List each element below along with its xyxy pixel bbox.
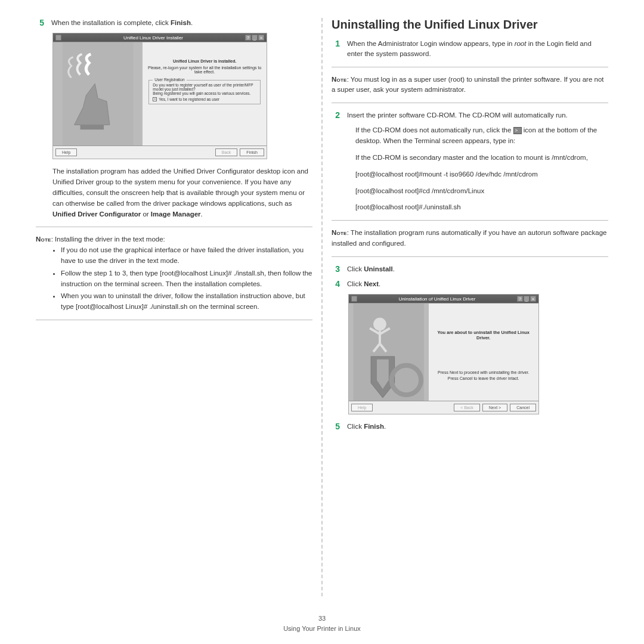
note-label: Note xyxy=(332,229,347,236)
back-button: Back xyxy=(215,148,238,156)
step-text: Click Finish. xyxy=(347,422,608,432)
separator xyxy=(332,103,608,103)
sidebar-graphic xyxy=(349,304,429,401)
step-5-left: 5 When the installation is complete, cli… xyxy=(36,18,312,28)
window-footer: Help Back Finish xyxy=(53,146,267,159)
window-controls: ? _ × xyxy=(517,296,536,302)
bold: Uninstall xyxy=(364,265,393,273)
help-button: Help xyxy=(351,404,373,411)
text: Click xyxy=(347,280,364,287)
cmd-mount: [root@localhost root]#mount -t iso9660 /… xyxy=(355,169,608,180)
step-4-right: 4 Click Next. xyxy=(332,279,608,289)
bullet-item: When you wan to uninstall the driver, fo… xyxy=(61,291,312,312)
text: . xyxy=(201,210,203,218)
next-button[interactable]: Next > xyxy=(482,404,507,411)
printer-illustration-icon xyxy=(53,42,143,145)
separator xyxy=(36,227,312,227)
terminal-icon xyxy=(513,127,522,134)
window-controls: ? _ × xyxy=(245,35,264,41)
text: . xyxy=(384,423,386,430)
page-footer: 33 Using Your Printer in Linux xyxy=(0,614,644,633)
step-text: Insert the printer software CD-ROM. The … xyxy=(347,110,608,120)
note-body: : You must log in as a super user (root)… xyxy=(332,76,604,94)
close-icon: × xyxy=(258,35,264,41)
text: Click xyxy=(347,423,364,430)
bold: Next xyxy=(364,280,379,287)
window-main: You are about to uninstall the Unified L… xyxy=(429,304,538,401)
bold: Unified Driver Configurator xyxy=(52,210,141,218)
app-icon xyxy=(55,35,61,41)
cancel-button[interactable]: Cancel xyxy=(510,404,536,411)
help-button[interactable]: Help xyxy=(55,148,77,156)
bold: Finish xyxy=(364,423,384,430)
step-text: Click Uninstall. xyxy=(347,264,608,274)
text: or xyxy=(141,210,151,218)
window-footer: Help < Back Next > Cancel xyxy=(349,401,538,414)
step-number: 1 xyxy=(332,39,340,60)
text: . xyxy=(379,280,380,287)
minimize-icon: _ xyxy=(252,35,258,41)
note-label: Note xyxy=(36,236,51,243)
checkbox-label: Yes, I want to be registered as user xyxy=(159,97,219,101)
help-icon: ? xyxy=(245,35,251,41)
note-body: : Installing the driver in the text mode… xyxy=(51,236,165,243)
cmd-cd: [root@localhost root]#cd /mnt/cdrom/Linu… xyxy=(355,186,608,197)
step-5-right: 5 Click Finish. xyxy=(332,422,608,432)
step-number: 2 xyxy=(332,110,340,120)
note-autorun: Note: The installation program runs auto… xyxy=(332,228,608,249)
uninstall-hint-1: Press Next to proceed with uninstalling … xyxy=(434,370,534,374)
bold: Image Manager xyxy=(151,210,201,218)
text: . xyxy=(191,19,193,26)
group-body: Do you want to register yourself as user… xyxy=(153,83,256,95)
cdrom-note-2: If the CD-ROM is secondary master and th… xyxy=(355,153,608,163)
bullet-item: Follow the step 1 to 3, then type [root@… xyxy=(61,268,312,290)
window-titlebar: Uninstallation of Unified Linux Driver ?… xyxy=(349,295,538,303)
section-heading: Uninstalling the Unified Linux Driver xyxy=(332,18,608,32)
separator xyxy=(332,67,608,67)
back-button: < Back xyxy=(454,404,480,411)
step-number: 5 xyxy=(36,18,44,28)
note-superuser: Note: You must log in as a super user (r… xyxy=(332,75,608,96)
step-1-right: 1 When the Administrator Login window ap… xyxy=(332,39,608,60)
svg-point-3 xyxy=(373,318,386,331)
step-2-right: 2 Insert the printer software CD-ROM. Th… xyxy=(332,110,608,120)
step-number: 3 xyxy=(332,264,340,274)
right-column: Uninstalling the Unified Linux Driver 1 … xyxy=(323,18,617,596)
page-number: 33 xyxy=(0,614,644,624)
cmd-uninstall: [root@localhost root]#./uninstall.sh xyxy=(355,202,608,213)
uninstall-hint-2: Press Cancel to leave the driver intact. xyxy=(434,376,534,380)
window-titlebar: Unified Linux Driver Installer ? _ × xyxy=(53,33,267,42)
step-number: 5 xyxy=(332,422,340,432)
italic: root xyxy=(515,40,527,47)
checkbox-icon[interactable]: × xyxy=(153,97,157,101)
sidebar-graphic xyxy=(53,42,143,145)
separator xyxy=(332,220,608,221)
user-registration-group: User Registration Do you want to registe… xyxy=(148,80,261,104)
svg-rect-1 xyxy=(80,125,104,130)
uninstaller-screenshot: Uninstallation of Unified Linux Driver ?… xyxy=(348,294,539,414)
register-checkbox-row: × Yes, I want to be registered as user xyxy=(153,97,256,101)
post-install-paragraph: The installation program has added the U… xyxy=(52,166,312,219)
bold: Finish xyxy=(171,19,191,26)
text: . xyxy=(393,265,395,273)
note-text-mode: Note: Installing the driver in the text … xyxy=(36,234,312,245)
uninstall-illustration-icon xyxy=(349,304,429,401)
window-title: Unified Linux Driver Installer xyxy=(61,35,245,41)
installer-subtext: Please, re-logon your system for all the… xyxy=(147,66,262,74)
minimize-icon: _ xyxy=(524,296,530,302)
bullet-item: If you do not use the graphical interfac… xyxy=(61,245,312,267)
cdrom-note-1: If the CD-ROM does not automatically run… xyxy=(355,125,608,147)
text: If the CD-ROM does not automatically run… xyxy=(355,126,513,134)
window-body: Unified Linux Driver is installed. Pleas… xyxy=(53,42,267,146)
step-text: When the installation is complete, click… xyxy=(51,18,312,28)
note-label: Note xyxy=(332,76,347,83)
finish-button[interactable]: Finish xyxy=(240,148,264,156)
installer-screenshot: Unified Linux Driver Installer ? _ × xyxy=(52,33,267,159)
left-column: 5 When the installation is complete, cli… xyxy=(27,18,321,596)
step-text: Click Next. xyxy=(347,279,608,289)
app-icon xyxy=(351,296,357,302)
window-title: Uninstallation of Unified Linux Driver xyxy=(357,296,517,302)
page-body: 5 When the installation is complete, cli… xyxy=(0,0,644,602)
text: When the installation is complete, click xyxy=(51,19,171,26)
step-number: 4 xyxy=(332,279,340,289)
